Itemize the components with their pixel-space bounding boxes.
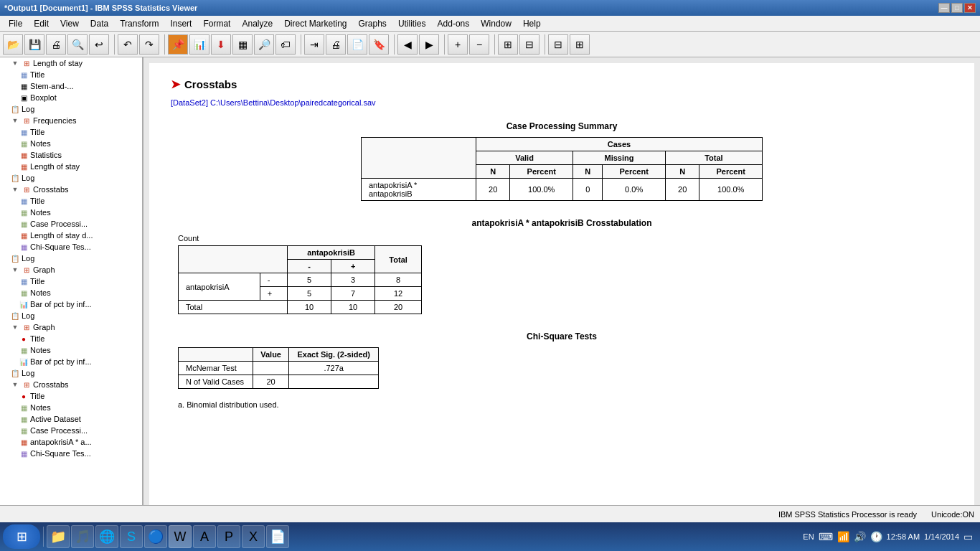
tree-graph2-title[interactable]: ● Title bbox=[0, 333, 142, 344]
tree-log2[interactable]: 📋 Log bbox=[0, 172, 142, 184]
print2-button[interactable]: 🖨 bbox=[326, 34, 346, 55]
expand-button[interactable]: ⊞ bbox=[498, 34, 518, 55]
recall-button[interactable]: ↩ bbox=[89, 34, 109, 55]
graph2-bar-icon: 📊 bbox=[19, 357, 29, 367]
tree-cross1-notes[interactable]: ▦ Notes bbox=[0, 207, 142, 218]
tag-button[interactable]: 🏷 bbox=[275, 34, 296, 55]
show-desktop-icon[interactable]: ▭ bbox=[963, 531, 973, 542]
menu-analyze[interactable]: Analyze bbox=[236, 17, 278, 30]
tree-freq-notes[interactable]: ▦ Notes bbox=[0, 138, 142, 149]
draft-button[interactable]: ⊞ bbox=[570, 34, 590, 55]
tree-cross2-case[interactable]: ▦ Case Processi... bbox=[0, 425, 142, 436]
tree-log3[interactable]: 📋 Log bbox=[0, 253, 142, 264]
tree-graph2-notes[interactable]: ▦ Notes bbox=[0, 344, 142, 356]
tree-graph1[interactable]: ▼ ⊞ Graph bbox=[0, 264, 142, 276]
collapse-button[interactable]: ⊟ bbox=[519, 34, 540, 55]
tree-los-title[interactable]: ▦ Title bbox=[0, 69, 142, 80]
search-button[interactable]: 🔎 bbox=[254, 34, 274, 55]
zoom-out-button[interactable]: − bbox=[469, 34, 489, 55]
insert-button[interactable]: ⬇ bbox=[211, 34, 231, 55]
zoom-in-button[interactable]: + bbox=[448, 34, 468, 55]
export-button[interactable]: ⇥ bbox=[304, 34, 324, 55]
open-button[interactable]: 📂 bbox=[3, 34, 23, 55]
redo-button[interactable]: ↷ bbox=[139, 34, 159, 55]
pageview-button[interactable]: ⊟ bbox=[548, 34, 568, 55]
tree-graph1-bar[interactable]: 📊 Bar of pct by inf... bbox=[0, 298, 142, 310]
content-area[interactable]: ➤ Crosstabs [DataSet2] C:\Users\Bettina\… bbox=[143, 57, 980, 505]
tree-graph1-title[interactable]: ▦ Title bbox=[0, 276, 142, 287]
menu-insert[interactable]: Insert bbox=[164, 17, 197, 30]
chart-button[interactable]: 📊 bbox=[189, 34, 209, 55]
tree-cross2-title[interactable]: ● Title bbox=[0, 390, 142, 402]
tree-cross2-chi[interactable]: ▦ Chi-Square Tes... bbox=[0, 448, 142, 459]
tree-cross2-ant[interactable]: ▦ antapokrisiA * a... bbox=[0, 436, 142, 448]
taskbar-word[interactable]: W bbox=[169, 525, 192, 548]
tree-cross1-chi[interactable]: ▦ Chi-Square Tes... bbox=[0, 241, 142, 253]
goto-button[interactable]: 📌 bbox=[168, 34, 188, 55]
tree-los[interactable]: ▼ ⊞ Length of stay bbox=[0, 57, 142, 69]
tree-freq-title[interactable]: ▦ Title bbox=[0, 126, 142, 138]
graph2-title-icon: ● bbox=[19, 334, 29, 344]
taskbar-chrome[interactable]: 🔵 bbox=[144, 525, 167, 548]
maximize-button[interactable]: □ bbox=[951, 3, 963, 13]
table-button[interactable]: ▦ bbox=[232, 34, 253, 55]
back-button[interactable]: ◀ bbox=[397, 34, 418, 55]
taskbar: ⊞ 📁 🎵 🌐 S 🔵 W A P X 📄 EN ⌨ 📶 🔊 🕐 12:58 A… bbox=[0, 522, 980, 551]
undo-button[interactable]: ↶ bbox=[118, 34, 138, 55]
tree-log4[interactable]: 📋 Log bbox=[0, 310, 142, 321]
taskbar-browser[interactable]: 🌐 bbox=[95, 525, 118, 548]
find-button[interactable]: 🔍 bbox=[67, 34, 88, 55]
menu-window[interactable]: Window bbox=[475, 17, 517, 30]
tree-cross1-title[interactable]: ▦ Title bbox=[0, 195, 142, 207]
tree-graph1-notes[interactable]: ▦ Notes bbox=[0, 287, 142, 298]
tree-freq-stat[interactable]: ▦ Statistics bbox=[0, 149, 142, 161]
start-button[interactable]: ⊞ bbox=[3, 524, 40, 549]
tree-cross2-ant-label: antapokrisiA * a... bbox=[30, 438, 92, 446]
bookmark-button[interactable]: 🔖 bbox=[369, 34, 389, 55]
print-button[interactable]: 🖨 bbox=[46, 34, 66, 55]
taskbar-explorer[interactable]: 📁 bbox=[47, 525, 70, 548]
menu-file[interactable]: File bbox=[3, 17, 28, 30]
tree-freq[interactable]: ▼ ⊞ Frequencies bbox=[0, 115, 142, 126]
menu-edit[interactable]: Edit bbox=[28, 17, 55, 30]
tree-cross1-los[interactable]: ▦ Length of stay d... bbox=[0, 230, 142, 241]
cross1-notes-icon: ▦ bbox=[19, 207, 29, 217]
tree-cross1[interactable]: ▼ ⊞ Crosstabs bbox=[0, 184, 142, 195]
taskbar-pdf[interactable]: 📄 bbox=[266, 525, 289, 548]
tree-cross2[interactable]: ▼ ⊞ Crosstabs bbox=[0, 379, 142, 390]
doc-button[interactable]: 📄 bbox=[347, 34, 367, 55]
menu-utilities[interactable]: Utilities bbox=[392, 17, 432, 30]
main-area: ▼ ⊞ Length of stay ▦ Title ▦ Stem-and-..… bbox=[0, 57, 980, 505]
menu-graphs[interactable]: Graphs bbox=[353, 17, 392, 30]
tree-graph2[interactable]: ▼ ⊞ Graph bbox=[0, 321, 142, 333]
tree-cross2-chi-label: Chi-Square Tes... bbox=[30, 449, 91, 458]
menu-data[interactable]: Data bbox=[85, 17, 114, 30]
taskbar-media[interactable]: 🎵 bbox=[71, 525, 94, 548]
tree-cross2-active[interactable]: ▦ Active Dataset bbox=[0, 413, 142, 425]
tree-log5[interactable]: 📋 Log bbox=[0, 367, 142, 379]
save-button[interactable]: 💾 bbox=[24, 34, 44, 55]
cp-total-header: Total bbox=[665, 151, 762, 165]
tree-los-box[interactable]: ▣ Boxplot bbox=[0, 92, 142, 103]
tree-graph2-bar[interactable]: 📊 Bar of pct by inf... bbox=[0, 356, 142, 367]
menu-direct-marketing[interactable]: Direct Marketing bbox=[278, 17, 352, 30]
taskbar-unknown[interactable]: A bbox=[193, 525, 216, 548]
menu-transform[interactable]: Transform bbox=[114, 17, 164, 30]
menu-format[interactable]: Format bbox=[197, 17, 236, 30]
minimize-button[interactable]: — bbox=[938, 3, 950, 13]
tree-log1[interactable]: 📋 Log bbox=[0, 103, 142, 115]
tree-los-stem[interactable]: ▦ Stem-and-... bbox=[0, 80, 142, 92]
taskbar-powerpoint[interactable]: P bbox=[217, 525, 240, 548]
close-button[interactable]: ✕ bbox=[964, 3, 976, 13]
menu-view[interactable]: View bbox=[55, 17, 85, 30]
tree-cross1-case[interactable]: ▦ Case Processi... bbox=[0, 218, 142, 230]
menu-addons[interactable]: Add-ons bbox=[432, 17, 476, 30]
tree-freq-los[interactable]: ▦ Length of stay bbox=[0, 161, 142, 172]
menu-help[interactable]: Help bbox=[517, 17, 547, 30]
taskbar-excel[interactable]: X bbox=[242, 525, 265, 548]
tree-cross2-notes[interactable]: ▦ Notes bbox=[0, 402, 142, 413]
forward-button[interactable]: ▶ bbox=[419, 34, 439, 55]
tree-graph2-notes-label: Notes bbox=[30, 346, 51, 354]
taskbar-skype[interactable]: S bbox=[120, 525, 143, 548]
crosstab-table: antapokrisiB Total - + antapokrisiA - 5 … bbox=[178, 245, 422, 314]
